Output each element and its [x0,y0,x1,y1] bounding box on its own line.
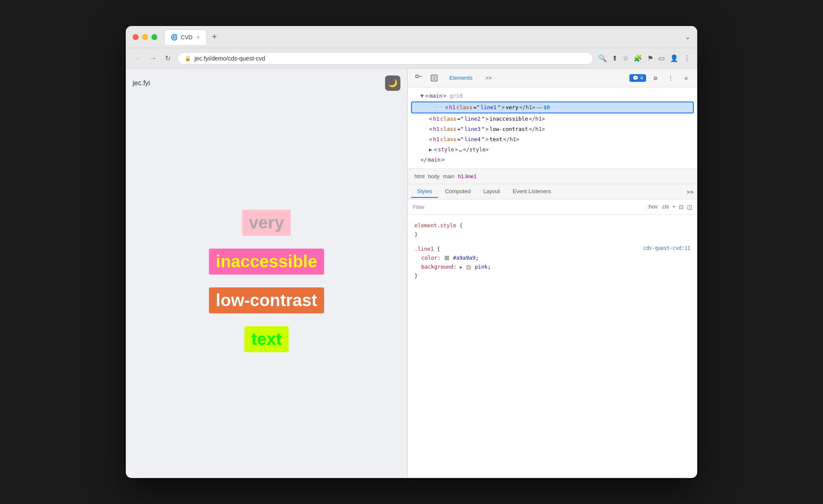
element-style-selector[interactable]: element.style [414,222,456,229]
tab-title: CVD [181,34,192,41]
back-button[interactable]: ← [133,53,143,64]
flag-icon[interactable]: ⚑ [647,54,653,62]
dark-mode-button[interactable]: 🌙 [385,75,400,91]
moon-icon: 🌙 [388,78,397,88]
address-bar: ← → ↻ 🔒 jec.fyi/demo/cds-quest-cvd 🔍 ⬆ ☆… [126,48,697,69]
arrow-icon: ▼ [420,92,424,100]
text-text: text [244,326,288,352]
more-tabs-icon[interactable]: >> [687,188,694,195]
tab-favicon: 🌀 [171,34,177,41]
webpage-panel: jec.fyi 🌙 very inaccessible low-contrast… [126,69,407,478]
layers-icon[interactable] [428,72,440,84]
bookmark-icon[interactable]: ☆ [623,54,629,62]
styles-tabs: Styles Computed Layout Event Listeners >… [408,184,697,200]
add-style-icon[interactable]: + [672,204,675,210]
browser-actions: 🔍 ⬆ ☆ 🧩 ⚑ ▭ 👤 ⋮ [598,54,690,62]
color-swatch[interactable] [445,256,449,260]
browser-window: 🌀 CVD × + ⌄ ← → ↻ 🔒 jec.fyi/demo/cds-que… [126,26,697,478]
devtools-toolbar: Elements >> 💬 4 ⚙ ⋮ ✕ [408,69,697,87]
address-text: jec.fyi/demo/cds-quest-cvd [194,55,265,62]
webpage-header: jec.fyi 🌙 [133,75,400,91]
background-expand-icon[interactable]: ▶ [460,265,462,269]
background-property[interactable]: background [421,264,453,270]
color-value[interactable]: #a9a9a9 [453,255,475,261]
hover-toggle[interactable]: :hov [647,204,658,210]
tree-line-h1-line1[interactable]: ··· <h1 class="line1" >very</h1> == $0 [411,101,694,113]
element-style-rule: element.style { } [408,218,697,242]
site-name: jec.fyi [133,79,150,87]
browser-tab[interactable]: 🌀 CVD × [164,29,207,45]
tab-close-button[interactable]: × [196,34,200,41]
traffic-lights [133,34,157,40]
breadcrumb-h1line1[interactable]: h1.line1 [458,174,477,180]
more-tools-tab[interactable]: >> [479,72,498,84]
share-icon[interactable]: ⬆ [612,54,617,62]
tab-layout[interactable]: Layout [477,185,506,198]
copy-styles-icon[interactable]: ⊡ [679,204,684,210]
search-icon[interactable]: 🔍 [598,54,607,62]
new-tab-button[interactable]: + [209,30,220,43]
tab-more-button[interactable]: ⌄ [685,33,690,41]
content-area: jec.fyi 🌙 very inaccessible low-contrast… [126,69,697,478]
css-source-link[interactable]: cds-quest-cvd:11 [643,244,690,253]
breadcrumb-html[interactable]: html [414,174,425,180]
reload-button[interactable]: ↻ [163,52,172,64]
css-rules: element.style { } .line1 { cds-quest-cvd… [408,215,697,287]
breadcrumb-body[interactable]: body [428,174,440,180]
filter-bar: Filter :hov .cls + ⊡ ◫ [408,200,697,215]
line1-rule: .line1 { cds-quest-cvd:11 color: #a9a9a9… [408,242,697,283]
forward-button[interactable]: → [148,53,158,64]
tab-bar: 🌀 CVD × + ⌄ [164,29,690,45]
lock-icon: 🔒 [185,55,191,61]
breadcrumb-main[interactable]: main [443,174,455,180]
extensions-icon[interactable]: 🧩 [634,54,642,62]
devtools-tabs: Elements >> [443,72,626,84]
menu-icon[interactable]: ⋮ [684,54,690,62]
line1-selector[interactable]: .line1 [414,246,434,252]
tree-line-style[interactable]: ▶ <style>…</style> [408,145,697,155]
styles-panel: element.style { } .line1 { cds-quest-cvd… [408,215,697,478]
tree-line-h1-line3[interactable]: <h1 class="line3" >low-contrast</h1> [408,124,697,134]
tree-line-h1-line4[interactable]: <h1 class="line4" >text</h1> [408,134,697,145]
filter-actions: :hov .cls + ⊡ ◫ [647,204,692,210]
background-swatch[interactable] [467,265,471,269]
tree-line-h1-line2[interactable]: <h1 class="line2" >inaccessible</h1> [408,114,697,124]
title-bar: 🌀 CVD × + ⌄ [126,26,697,48]
notification-badge[interactable]: 💬 4 [629,74,646,82]
tree-line-main-close[interactable]: </main> [408,155,697,165]
background-value[interactable]: pink [475,264,487,270]
sidebar-icon[interactable]: ▭ [658,54,665,62]
inaccessible-text: inaccessible [209,249,324,275]
inspector-icon[interactable] [413,72,425,84]
devtools-panel: Elements >> 💬 4 ⚙ ⋮ ✕ ▼ <main> [407,69,697,478]
color-property[interactable]: color [421,255,438,261]
tab-event-listeners[interactable]: Event Listeners [507,185,557,198]
address-input[interactable]: 🔒 jec.fyi/demo/cds-quest-cvd [177,52,593,65]
tree-line-main[interactable]: ▼ <main> grid [408,91,697,101]
very-text: very [242,210,291,236]
tab-computed[interactable]: Computed [439,185,476,198]
toggle-styles-icon[interactable]: ◫ [687,204,692,210]
devtools-settings-icon[interactable]: ⚙ [649,72,661,84]
filter-label: Filter [413,204,425,210]
breadcrumb: html body main h1.line1 [408,169,697,184]
devtools-right-actions: 💬 4 ⚙ ⋮ ✕ [629,72,692,84]
elements-tab[interactable]: Elements [443,72,478,84]
low-contrast-text: low-contrast [209,287,324,313]
svg-rect-0 [416,75,418,78]
class-toggle[interactable]: .cls [661,204,669,210]
webpage-content: very inaccessible low-contrast text [133,91,400,471]
devtools-close-icon[interactable]: ✕ [680,72,692,84]
minimize-window-button[interactable] [142,34,148,40]
close-window-button[interactable] [133,34,139,40]
maximize-window-button[interactable] [151,34,157,40]
profile-icon[interactable]: 👤 [670,54,678,62]
devtools-more-icon[interactable]: ⋮ [665,72,677,84]
expand-style-icon: ▶ [429,145,432,154]
html-tree: ▼ <main> grid ··· <h1 class="line1" >ver… [408,87,697,169]
tab-styles[interactable]: Styles [411,185,438,198]
